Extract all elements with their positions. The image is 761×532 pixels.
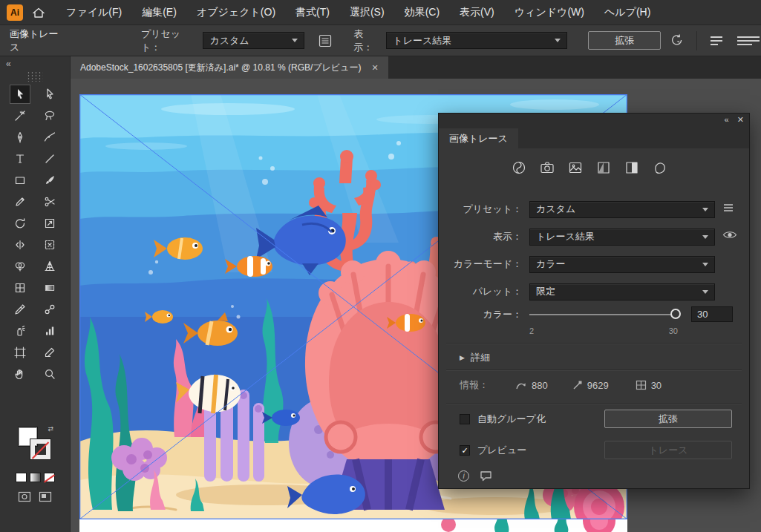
selection-tool[interactable] <box>10 85 30 104</box>
magic-wand-tool[interactable] <box>10 106 30 125</box>
illustrator-window: Ai ファイル(F) 編集(E) オブジェクト(O) 書式(T) 選択(S) 効… <box>0 0 761 532</box>
swap-fill-stroke-icon[interactable]: ⇄ <box>48 425 53 433</box>
column-graph-tool[interactable] <box>39 321 60 341</box>
color-button[interactable] <box>16 473 27 482</box>
eyedropper-tool[interactable] <box>10 300 30 319</box>
rotate-view-icon[interactable] <box>668 33 685 48</box>
stroke-color-swatch[interactable] <box>30 439 50 459</box>
color-slider-track[interactable] <box>529 314 676 315</box>
shape-builder-tool[interactable] <box>10 257 30 276</box>
slice-tool[interactable] <box>39 343 60 362</box>
dock-panel-icon[interactable] <box>709 34 724 47</box>
palette-value: 限定 <box>536 285 555 298</box>
home-icon[interactable] <box>32 7 45 19</box>
line-segment-tool[interactable] <box>39 149 60 168</box>
menu-items: ファイル(F) 編集(E) オブジェクト(O) 書式(T) 選択(S) 効果(C… <box>66 6 650 19</box>
rectangle-tool[interactable] <box>10 171 30 190</box>
menu-item-view[interactable]: 表示(V) <box>460 6 494 19</box>
triangle-right-icon: ▶ <box>460 354 465 361</box>
panel-header[interactable]: ‹‹ ✕ <box>439 114 749 128</box>
rotate-tool[interactable] <box>10 214 30 233</box>
panel-view-dropdown[interactable]: トレース結果 <box>529 229 715 246</box>
artboard-tool[interactable] <box>10 343 30 362</box>
auto-group-checkbox[interactable] <box>460 414 470 424</box>
document-tab[interactable]: AdobeStock_1602635805 [更新済み].ai* @ 10.81… <box>71 56 388 79</box>
scissors-tool[interactable] <box>39 192 60 211</box>
menu-item-effect[interactable]: 効果(C) <box>405 6 440 19</box>
advanced-disclosure[interactable]: ▶ 詳細 <box>460 350 490 365</box>
hand-tool[interactable] <box>10 364 30 384</box>
preset-dropdown[interactable]: カスタム <box>203 32 304 49</box>
curvature-tool[interactable] <box>39 128 60 147</box>
none-button[interactable] <box>44 473 55 482</box>
comment-icon[interactable] <box>480 470 492 482</box>
expand-button[interactable]: 拡張 <box>588 31 661 50</box>
panel-expand-button[interactable]: 拡張 <box>604 410 732 428</box>
symbol-sprayer-tool[interactable] <box>10 321 30 341</box>
draw-normal-icon[interactable] <box>18 491 31 502</box>
collapse-icon[interactable]: « <box>6 59 70 69</box>
low-color-icon[interactable] <box>566 159 584 177</box>
menu-item-file[interactable]: ファイル(F) <box>66 6 122 19</box>
view-label: 表示： <box>353 27 382 54</box>
width-tool[interactable] <box>10 235 30 254</box>
view-row: 表示： トレース結果 <box>439 228 749 246</box>
grayscale-icon[interactable] <box>595 159 613 177</box>
symbol-sprayer-icon <box>14 325 26 337</box>
trace-panel-tab[interactable]: 画像トレース <box>439 128 518 148</box>
menu-item-edit[interactable]: 編集(E) <box>142 6 177 19</box>
menu-item-type[interactable]: 書式(T) <box>295 6 330 19</box>
panel-collapse-icon[interactable]: ‹‹ <box>724 115 728 125</box>
tab-close-icon[interactable]: ✕ <box>371 63 378 73</box>
trace-button[interactable]: トレース <box>604 441 732 459</box>
menu-item-help[interactable]: ヘルプ(H) <box>604 6 650 19</box>
menu-item-select[interactable]: 選択(S) <box>350 6 385 19</box>
preview-checkbox[interactable]: ✓ <box>460 445 470 456</box>
free-transform-tool[interactable] <box>39 235 60 254</box>
menu-item-object[interactable]: オブジェクト(O) <box>197 6 275 19</box>
high-color-icon[interactable] <box>538 159 556 177</box>
gradient-button[interactable] <box>30 473 41 482</box>
color-slider-range: 2 30 <box>529 326 678 335</box>
menu-item-window[interactable]: ウィンドウ(W) <box>515 6 584 19</box>
pencil-tool[interactable] <box>10 192 30 211</box>
control-bar-right-icons <box>661 31 761 50</box>
auto-color-icon[interactable] <box>510 159 528 177</box>
screen-mode-icon[interactable] <box>39 491 52 502</box>
eye-icon[interactable] <box>722 230 737 242</box>
panel-close-icon[interactable]: ✕ <box>737 115 743 125</box>
pen-tool[interactable] <box>10 128 30 147</box>
paintbrush-tool[interactable] <box>39 171 60 190</box>
illustrator-logo[interactable]: Ai <box>7 4 23 21</box>
palette-dropdown[interactable]: 限定 <box>529 283 715 301</box>
lasso-tool[interactable] <box>39 106 60 125</box>
preset-icon-row <box>510 159 669 177</box>
color-slider-knob[interactable] <box>670 309 681 319</box>
paintbrush-icon <box>44 174 56 186</box>
panel-preset-dropdown[interactable]: カスタム <box>529 201 715 218</box>
panel-drag-handle[interactable] <box>27 71 43 82</box>
scale-tool[interactable] <box>39 214 60 233</box>
anchors-icon <box>572 380 583 390</box>
mesh-tool[interactable] <box>10 278 30 298</box>
gradient-tool[interactable] <box>39 278 60 298</box>
black-white-icon[interactable] <box>623 159 641 177</box>
panel-view-value: トレース結果 <box>536 230 595 243</box>
info-icon[interactable]: i <box>458 470 469 482</box>
direct-selection-tool[interactable] <box>39 85 60 104</box>
auto-group-row: 自動グループ化 拡張 <box>439 410 749 429</box>
outline-icon[interactable] <box>651 159 669 177</box>
tools-grid <box>0 85 70 384</box>
dock-panel-icon-2[interactable] <box>736 34 761 47</box>
fill-stroke-swatches: ⇄ <box>18 427 52 462</box>
zoom-tool[interactable] <box>39 364 60 384</box>
trace-panel-toggle-icon[interactable] <box>318 33 333 48</box>
preset-menu-icon[interactable] <box>722 203 734 215</box>
perspective-grid-tool[interactable] <box>39 257 60 276</box>
color-value-input[interactable]: 30 <box>691 306 733 322</box>
view-dropdown[interactable]: トレース結果 <box>386 32 567 49</box>
canvas-area[interactable]: ‹‹ ✕ 画像トレース プリセット： <box>71 79 761 532</box>
type-tool[interactable] <box>10 149 30 168</box>
color-mode-dropdown[interactable]: カラー <box>529 256 715 273</box>
blend-tool[interactable] <box>39 300 60 319</box>
